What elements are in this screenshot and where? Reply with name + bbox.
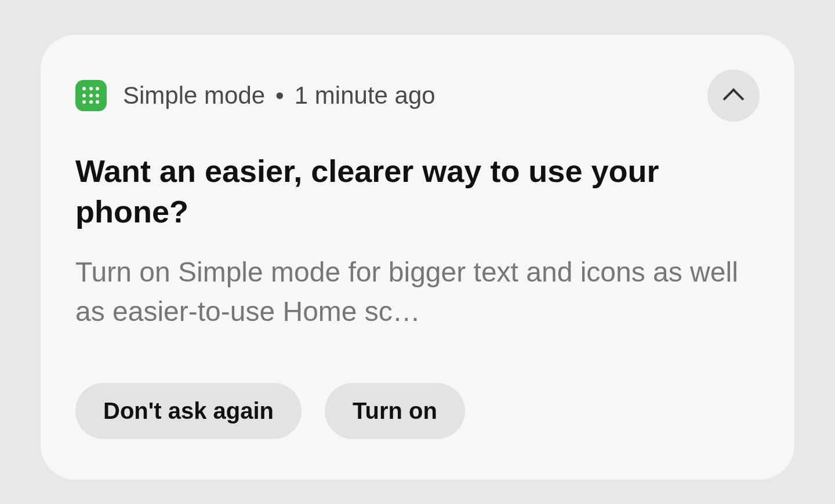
collapse-button[interactable] <box>707 70 760 122</box>
notification-header-left: Simple mode • 1 minute ago <box>75 80 435 111</box>
notification-meta: Simple mode • 1 minute ago <box>123 82 435 109</box>
dont-ask-again-button[interactable]: Don't ask again <box>75 383 302 439</box>
notification-body: Turn on Simple mode for bigger text and … <box>75 253 760 330</box>
notification-header: Simple mode • 1 minute ago <box>75 70 760 122</box>
notification-card[interactable]: Simple mode • 1 minute ago Want an easie… <box>41 35 794 480</box>
notification-actions: Don't ask again Turn on <box>75 383 760 439</box>
meta-separator: • <box>275 82 284 109</box>
notification-timestamp: 1 minute ago <box>295 82 435 109</box>
app-name: Simple mode <box>123 82 265 109</box>
grid-apps-icon <box>75 80 107 111</box>
chevron-up-icon <box>723 88 745 109</box>
turn-on-button[interactable]: Turn on <box>325 383 465 439</box>
notification-title: Want an easier, clearer way to use your … <box>75 151 760 232</box>
